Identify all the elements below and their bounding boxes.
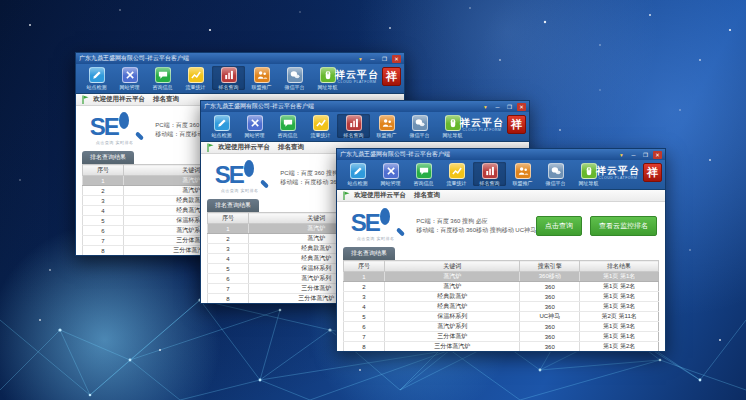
- table-row[interactable]: 1蒸汽炉360移动第1页 第1名: [344, 272, 659, 282]
- table-cell: 7: [83, 236, 124, 246]
- content-area: SE 点击查询 实时排名 PC端：百度 360 搜狗 必应 移动端：百度移动 3…: [337, 202, 665, 352]
- table-cell: 5: [83, 216, 124, 226]
- toolbar-item-info[interactable]: 咨询信息: [146, 66, 179, 90]
- toolbar-item-site-manage[interactable]: 网站管理: [238, 114, 271, 138]
- magnifier-icon: [119, 117, 140, 138]
- tab-ranking-results[interactable]: 排名查询结果: [207, 199, 259, 212]
- brand-subtitle: CLOUD PLATFORM: [335, 80, 379, 84]
- tab-ranking-results[interactable]: 排名查询结果: [343, 247, 395, 260]
- toolbar-item-site-check[interactable]: 站点检测: [205, 114, 238, 138]
- ranking-results-table: 序号 关键词 搜索引擎 排名结果 1蒸汽炉360移动第1页 第1名2蒸汽炉360…: [343, 260, 659, 352]
- table-header-row: 序号 关键词 搜索引擎 排名结果: [344, 261, 659, 272]
- skin-icon[interactable]: ▾: [617, 151, 626, 159]
- toolbar-item-site-manage[interactable]: 网站管理: [374, 162, 407, 186]
- toolbar-item-promotion[interactable]: 联盟推广: [245, 66, 278, 90]
- minimize-icon[interactable]: ─: [629, 151, 638, 159]
- header-keyword[interactable]: 关键词: [384, 261, 519, 272]
- brand-subtitle: CLOUD PLATFORM: [460, 128, 504, 132]
- window-title: 广东九鼎王盛网有限公司-祥云平台客户端: [204, 102, 481, 111]
- title-bar[interactable]: 广东九鼎王盛网有限公司-祥云平台客户端 ▾ ─ ❐ ✕: [76, 53, 404, 64]
- header-index[interactable]: 序号: [344, 261, 385, 272]
- wechat-icon: [287, 67, 303, 83]
- maximize-icon[interactable]: ❐: [505, 103, 514, 111]
- table-row[interactable]: 3经典款蒸炉360第1页 第3名: [344, 292, 659, 302]
- table-cell: 蒸汽炉: [384, 282, 519, 292]
- site-nav-icon: [445, 115, 461, 131]
- maximize-icon[interactable]: ❐: [380, 55, 389, 63]
- site-nav-icon: [581, 163, 597, 179]
- brand-logo: 祥云平台 CLOUD PLATFORM 祥: [596, 163, 662, 182]
- breadcrumb-welcome: 欢迎使用祥云平台: [218, 143, 270, 152]
- query-button[interactable]: 点击查询: [536, 216, 582, 236]
- toolbar-item-promotion[interactable]: 联盟推广: [506, 162, 539, 186]
- table-row[interactable]: 6蒸汽炉系列360第1页 第3名: [344, 322, 659, 332]
- table-cell: 360: [520, 302, 580, 312]
- table-cell: 1: [208, 224, 249, 234]
- main-toolbar: 站点检测 网站管理 咨询信息 流量统计: [76, 64, 404, 94]
- minimize-icon[interactable]: ─: [493, 103, 502, 111]
- minimize-icon[interactable]: ─: [368, 55, 377, 63]
- skin-icon[interactable]: ▾: [356, 55, 365, 63]
- table-cell: 智能板抽蒸炉: [384, 352, 519, 353]
- toolbar-item-traffic[interactable]: 流量统计: [304, 114, 337, 138]
- toolbar-item-wechat[interactable]: 微信平台: [539, 162, 572, 186]
- ranking-query-icon: [346, 115, 362, 131]
- title-bar[interactable]: 广东九鼎王盛网有限公司-祥云平台客户端 ▾ ─ ❐ ✕: [201, 101, 529, 112]
- toolbar-item-promotion[interactable]: 联盟推广: [370, 114, 403, 138]
- seo-logo-text: SE: [215, 163, 243, 187]
- toolbar-item-ranking-query[interactable]: 排名查询: [212, 66, 245, 90]
- toolbar-item-site-check[interactable]: 站点检测: [341, 162, 374, 186]
- toolbar-item-wechat[interactable]: 微信平台: [403, 114, 436, 138]
- action-buttons: 点击查询 查看云监控排名: [536, 216, 657, 236]
- toolbar-item-traffic[interactable]: 流量统计: [179, 66, 212, 90]
- toolbar-item-ranking-query[interactable]: 排名查询: [473, 162, 506, 186]
- table-cell: 3: [208, 244, 249, 254]
- toolbar-item-ranking-query[interactable]: 排名查询: [337, 114, 370, 138]
- table-row[interactable]: 2蒸汽炉360第1页 第2名: [344, 282, 659, 292]
- skin-icon[interactable]: ▾: [481, 103, 490, 111]
- table-cell: 2: [208, 234, 249, 244]
- table-cell: 第1页 第3名: [580, 302, 659, 312]
- table-cell: 第1页 第2名: [580, 342, 659, 352]
- title-bar[interactable]: 广东九鼎王盛网有限公司-祥云平台客户端 ▾ ─ ❐ ✕: [337, 149, 665, 160]
- toolbar-item-info[interactable]: 咨询信息: [407, 162, 440, 186]
- toolbar-item-wechat[interactable]: 微信平台: [278, 66, 311, 90]
- table-row[interactable]: 8三分体蒸汽炉360第1页 第2名: [344, 342, 659, 352]
- seo-logo: SE 点击查询 实时排名: [82, 115, 147, 145]
- seo-tagline: 点击查询 实时排名: [221, 188, 259, 193]
- toolbar-item-site-check[interactable]: 站点检测: [80, 66, 113, 90]
- table-cell: 360: [520, 322, 580, 332]
- flag-icon: [207, 143, 214, 152]
- table-cell: 搜狗: [520, 352, 580, 353]
- tab-ranking-results[interactable]: 排名查询结果: [82, 151, 134, 164]
- close-icon[interactable]: ✕: [517, 103, 526, 111]
- breadcrumb: 欢迎使用祥云平台 排名查询: [337, 190, 665, 202]
- view-cloud-ranking-button[interactable]: 查看云监控排名: [590, 216, 657, 236]
- brand-seal-icon: 祥: [507, 115, 526, 134]
- table-row[interactable]: 9智能板抽蒸炉搜狗第1页 第1名: [344, 352, 659, 353]
- table-row[interactable]: 5保温杯系列UC神马第2页 第11名: [344, 312, 659, 322]
- header-search-engine[interactable]: 搜索引擎: [520, 261, 580, 272]
- header-index[interactable]: 序号: [208, 213, 249, 224]
- toolbar-item-traffic[interactable]: 流量统计: [440, 162, 473, 186]
- table-row[interactable]: 7三分体蒸炉360第1页 第1名: [344, 332, 659, 342]
- table-cell: 第1页 第3名: [580, 292, 659, 302]
- magnifier-icon: [244, 165, 265, 186]
- close-icon[interactable]: ✕: [653, 151, 662, 159]
- table-row[interactable]: 4经典蒸汽炉360第1页 第3名: [344, 302, 659, 312]
- header-ranking-result[interactable]: 排名结果: [580, 261, 659, 272]
- table-cell: 5: [344, 312, 385, 322]
- table-cell: 7: [208, 284, 249, 294]
- close-icon[interactable]: ✕: [392, 55, 401, 63]
- table-cell: 3: [83, 196, 124, 206]
- table-cell: UC神马: [520, 312, 580, 322]
- toolbar-item-site-manage[interactable]: 网站管理: [113, 66, 146, 90]
- table-cell: 第1页 第1名: [580, 332, 659, 342]
- brand-subtitle: CLOUD PLATFORM: [596, 176, 640, 180]
- table-cell: 8: [208, 294, 249, 304]
- toolbar-item-info[interactable]: 咨询信息: [271, 114, 304, 138]
- table-cell: 3: [344, 292, 385, 302]
- engine-info: PC端：百度 360 搜狗 必应 移动端：百度移动 360移动 搜狗移动 UC神…: [416, 217, 536, 235]
- maximize-icon[interactable]: ❐: [641, 151, 650, 159]
- header-index[interactable]: 序号: [83, 165, 124, 176]
